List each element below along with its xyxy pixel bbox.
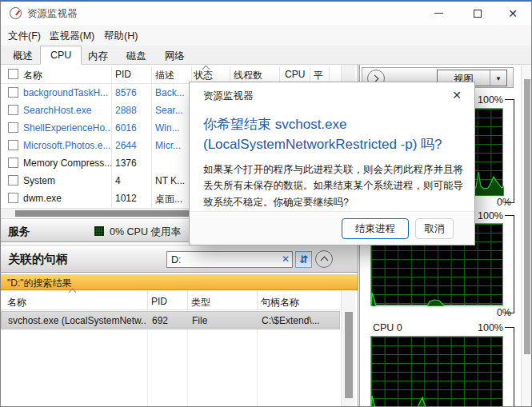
process-name: ShellExperienceHo... — [23, 122, 111, 134]
col-pid[interactable]: PID — [115, 69, 131, 80]
cpu-usage-legend-icon — [94, 226, 104, 236]
dialog-body-text: 如果某个打开的程序与此进程关联，则会关闭此程序并且将丢失所有未保存的数据。如果结… — [203, 162, 466, 210]
dialog-title: 资源监视器 — [203, 90, 254, 103]
handle-type: File — [192, 315, 207, 326]
col-cpu[interactable]: CPU — [285, 69, 305, 80]
graph3-bracket — [505, 327, 514, 407]
tab-overview[interactable]: 概述 — [2, 47, 43, 65]
window-title: 资源监视器 — [27, 7, 78, 21]
cpu0-graph — [370, 336, 503, 407]
chevron-up-icon — [320, 257, 328, 265]
menu-file[interactable]: 文件(F) — [8, 30, 41, 43]
resource-monitor-window: 资源监视器 ✕ 文件(F) 监视器(M) 帮助(H) 概述 CPU 内存 磁盘 … — [0, 0, 532, 407]
dropdown-icon[interactable]: ▼ — [490, 70, 506, 86]
checkbox[interactable] — [8, 140, 18, 150]
tab-disk[interactable]: 磁盘 — [116, 47, 157, 65]
dialog-footer: 结束进程 取消 — [190, 211, 474, 245]
menu-monitor[interactable]: 监视器(M) — [50, 30, 94, 43]
graph3-title: CPU 0 — [373, 322, 402, 333]
process-desc: Back... — [155, 87, 190, 98]
checkbox[interactable] — [8, 175, 18, 186]
refresh-icon: ⇵ — [299, 253, 308, 265]
tab-network[interactable]: 网络 — [154, 47, 195, 65]
close-button[interactable]: ✕ — [500, 2, 526, 25]
close-icon: ✕ — [508, 7, 518, 20]
close-icon: ✕ — [452, 89, 462, 102]
search-refresh-button[interactable]: ⇵ — [295, 251, 312, 268]
collapse-section-button[interactable] — [315, 250, 333, 268]
process-desc: NT K... — [155, 175, 190, 186]
tab-memory[interactable]: 内存 — [78, 47, 118, 65]
process-desc: Sear... — [155, 105, 190, 116]
search-value: D: — [171, 254, 182, 265]
process-name: Microsoft.Photos.e... — [23, 140, 111, 151]
process-desc: 桌面... — [155, 193, 190, 206]
hcol-name[interactable]: 名称 — [7, 296, 26, 309]
handle-name: svchost.exe (LocalSystemNetw... — [8, 315, 146, 326]
checkbox[interactable] — [8, 87, 18, 98]
process-name: Memory Compress... — [23, 158, 111, 169]
col-threads[interactable]: 线程数 — [234, 69, 262, 82]
checkbox[interactable] — [8, 193, 18, 203]
process-pid: 8576 — [115, 87, 150, 98]
process-pid: 1012 — [115, 193, 150, 204]
handles-title: 关联的句柄 — [8, 252, 68, 267]
search-result-banner: "D:"的搜索结果 — [1, 274, 359, 290]
menu-bar: 文件(F) 监视器(M) 帮助(H) — [1, 25, 531, 46]
maximize-icon — [474, 10, 482, 18]
banner-text: "D:"的搜索结果 — [7, 277, 72, 290]
tab-strip: 概述 CPU 内存 磁盘 网络 — [1, 46, 531, 65]
handle-row-selected[interactable]: svchost.exe (LocalSystemNetw... 692 File… — [1, 311, 340, 329]
process-name: dwm.exe — [23, 193, 111, 204]
checkbox[interactable] — [8, 105, 18, 115]
hcol-handle[interactable]: 句柄名称 — [261, 296, 299, 309]
graph2-min-label: 0% — [455, 307, 511, 318]
scrollbar-thumb[interactable] — [345, 312, 353, 398]
services-cpu-status: 0% CPU 使用率 — [110, 225, 181, 239]
handle-pid: 692 — [152, 315, 168, 326]
dialog-heading: 你希望结束 svchost.exe (LocalSystemNetworkRes… — [203, 115, 467, 154]
col-avg[interactable]: 平 — [314, 69, 323, 82]
scrollbar-thumb[interactable] — [524, 79, 530, 354]
minimize-icon — [434, 13, 443, 14]
process-name: System — [23, 175, 111, 186]
process-pid: 2644 — [115, 140, 150, 151]
col-name[interactable]: 名称 — [23, 69, 42, 82]
cancel-button[interactable]: 取消 — [415, 218, 454, 239]
clear-search-icon[interactable]: ✕ — [282, 253, 290, 265]
graph2-bracket — [505, 215, 514, 313]
graphs-scrollbar[interactable] — [521, 66, 532, 407]
handles-section-bar: 关联的句柄 D: ✕ ⇵ — [1, 245, 359, 273]
services-title: 服务 — [8, 225, 30, 239]
handle-path: C:\$Extend\... — [262, 315, 338, 326]
col-desc[interactable]: 描述 — [155, 69, 174, 82]
handle-search-input[interactable]: D: ✕ — [166, 251, 293, 268]
maximize-button[interactable] — [465, 2, 490, 25]
graph3-max-label: 100% — [447, 322, 503, 333]
title-bar: 资源监视器 ✕ — [1, 2, 531, 25]
dialog-close-button[interactable]: ✕ — [448, 86, 466, 104]
handles-scrollbar[interactable] — [341, 290, 355, 407]
end-process-button[interactable]: 结束进程 — [342, 218, 409, 239]
graph1-bracket — [505, 99, 514, 203]
gauge-icon — [10, 7, 22, 19]
minimize-button[interactable] — [426, 2, 451, 25]
checkbox[interactable] — [8, 158, 18, 168]
end-process-dialog: 资源监视器 ✕ 你希望结束 svchost.exe (LocalSystemNe… — [189, 82, 475, 245]
process-name: backgroundTaskH... — [23, 87, 111, 98]
select-all-checkbox[interactable] — [8, 69, 18, 79]
tab-cpu[interactable]: CPU — [40, 46, 82, 65]
process-desc: Win... — [155, 122, 190, 134]
process-pid: 4 — [115, 175, 150, 186]
hcol-pid[interactable]: PID — [151, 296, 167, 307]
checkbox[interactable] — [8, 122, 18, 133]
hcol-type[interactable]: 类型 — [191, 296, 210, 309]
process-name: SearchHost.exe — [23, 105, 111, 116]
cpu0-trace — [371, 337, 504, 407]
process-pid: 6016 — [115, 122, 150, 134]
process-pid: 2888 — [115, 105, 150, 116]
menu-help[interactable]: 帮助(H) — [104, 30, 138, 43]
process-pid: 1376 — [115, 158, 150, 169]
process-desc: Micr... — [155, 140, 190, 151]
